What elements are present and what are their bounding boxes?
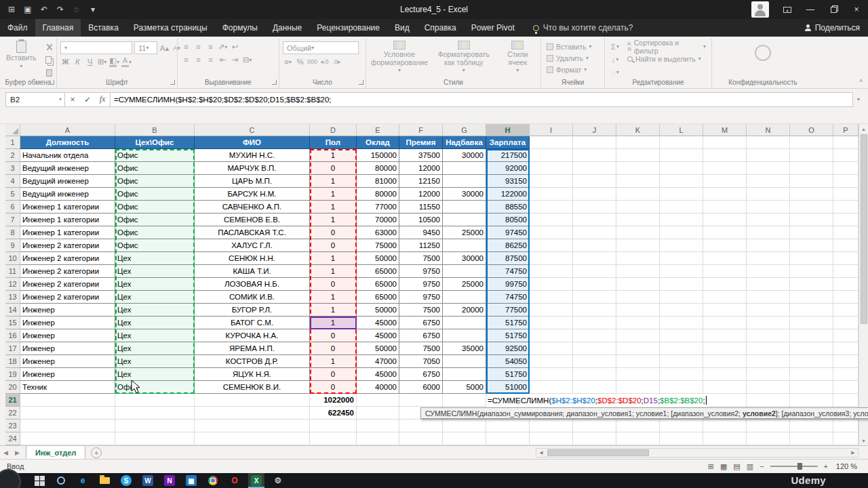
- cell-L10[interactable]: [660, 252, 703, 265]
- next-sheet-button[interactable]: ▶: [12, 449, 23, 456]
- grow-font-button[interactable]: А▴: [159, 43, 170, 54]
- cell-L19[interactable]: [660, 368, 703, 381]
- cell-G12[interactable]: 25000: [443, 278, 486, 291]
- save-icon[interactable]: ▣: [20, 2, 35, 17]
- cell-F13[interactable]: 9750: [399, 291, 443, 304]
- cell-O10[interactable]: [790, 252, 833, 265]
- column-header-J[interactable]: J: [573, 124, 616, 136]
- cell-A5[interactable]: Ведущий инженер: [20, 188, 115, 201]
- cell-H10[interactable]: 87500: [486, 252, 530, 265]
- cell-M7[interactable]: [703, 214, 747, 226]
- tab-view[interactable]: Вид: [387, 19, 417, 37]
- cell-O6[interactable]: [790, 201, 833, 214]
- tab-review[interactable]: Рецензирование: [309, 19, 387, 37]
- cell-A15[interactable]: Инженер: [20, 317, 115, 329]
- cell-E15[interactable]: 45000: [357, 317, 399, 329]
- cell-G13[interactable]: [443, 291, 486, 304]
- select-all-button[interactable]: [5, 124, 20, 136]
- cell-F21[interactable]: [399, 394, 443, 407]
- cell-C6[interactable]: САВЧЕНКО А.П.: [195, 201, 310, 214]
- column-header-K[interactable]: K: [616, 124, 660, 136]
- cell-A19[interactable]: Инженер: [20, 368, 115, 381]
- cell-G17[interactable]: 35000: [443, 342, 486, 355]
- cell-M21[interactable]: [703, 394, 747, 407]
- cell-G6[interactable]: [443, 201, 486, 214]
- cell-G7[interactable]: [443, 214, 486, 226]
- cell-M4[interactable]: [703, 175, 747, 188]
- cell-A21[interactable]: [20, 394, 115, 407]
- cell-D23[interactable]: [310, 420, 357, 432]
- cell-A13[interactable]: Инженер 2 категории: [20, 291, 115, 304]
- column-header-I[interactable]: I: [530, 124, 573, 136]
- cell-N7[interactable]: [747, 214, 790, 226]
- cell-C3[interactable]: МАРЧУК В.П.: [195, 162, 310, 175]
- cell-P9[interactable]: [833, 239, 859, 252]
- cell-I3[interactable]: [530, 162, 573, 175]
- cell-M1[interactable]: [703, 136, 747, 149]
- cell-D18[interactable]: 1: [310, 355, 357, 368]
- cell-E19[interactable]: 45000: [357, 368, 399, 381]
- cell-I5[interactable]: [530, 188, 573, 201]
- cell-O19[interactable]: [790, 368, 833, 381]
- cell-D20[interactable]: 0: [310, 381, 357, 394]
- cell-J18[interactable]: [573, 355, 616, 368]
- cell-B24[interactable]: [115, 432, 195, 445]
- cell-N23[interactable]: [747, 420, 790, 432]
- cell-F7[interactable]: 10500: [399, 214, 443, 226]
- cell-B15[interactable]: Цех: [115, 317, 195, 329]
- cell-C14[interactable]: БУГОР Р.Л.: [195, 304, 310, 317]
- cell-I11[interactable]: [530, 265, 573, 278]
- horizontal-scroll-thumb[interactable]: [547, 449, 649, 456]
- wrap-text-button[interactable]: ↩: [230, 41, 240, 52]
- row-header-22[interactable]: 22: [5, 407, 20, 420]
- cell-B7[interactable]: Офис: [115, 214, 195, 226]
- cell-A20[interactable]: Техник: [20, 381, 115, 394]
- expand-formula-bar-button[interactable]: ▾: [853, 96, 864, 102]
- cell-A2[interactable]: Начальник отдела: [20, 149, 115, 162]
- cell-P11[interactable]: [833, 265, 859, 278]
- cell-E3[interactable]: 80000: [357, 162, 399, 175]
- restore-button[interactable]: [822, 0, 845, 19]
- cell-E13[interactable]: 65000: [357, 291, 399, 304]
- row-header-17[interactable]: 17: [5, 342, 20, 355]
- cell-E14[interactable]: 50000: [357, 304, 399, 317]
- cell-M10[interactable]: [703, 252, 747, 265]
- cell-K6[interactable]: [616, 201, 660, 214]
- share-button[interactable]: Поделиться: [804, 23, 860, 33]
- cell-P7[interactable]: [833, 214, 859, 226]
- cell-K4[interactable]: [616, 175, 660, 188]
- cell-O8[interactable]: [790, 226, 833, 239]
- cell-G23[interactable]: [443, 420, 486, 432]
- cell-I2[interactable]: [530, 149, 573, 162]
- cell-O2[interactable]: [790, 149, 833, 162]
- fill-color-button[interactable]: ◧▾: [109, 56, 119, 67]
- column-header-D[interactable]: D: [310, 124, 357, 136]
- row-header-21[interactable]: 21: [5, 394, 20, 407]
- undo-icon[interactable]: ↶: [37, 2, 52, 17]
- cell-N1[interactable]: [747, 136, 790, 149]
- cell-B8[interactable]: Офис: [115, 226, 195, 239]
- cell-J1[interactable]: [573, 136, 616, 149]
- scroll-down-icon[interactable]: ▼: [859, 436, 868, 445]
- sort-filter-button[interactable]: АЯСортировка и фильтр▾: [625, 41, 708, 52]
- prev-sheet-button[interactable]: ◀: [0, 449, 12, 456]
- cell-A8[interactable]: Инженер 1 категории: [20, 226, 115, 239]
- row-header-15[interactable]: 15: [5, 317, 20, 329]
- cell-M13[interactable]: [703, 291, 747, 304]
- cell-I1[interactable]: [530, 136, 573, 149]
- tab-file[interactable]: Файл: [0, 19, 35, 37]
- clear-button[interactable]: ◌▾: [608, 67, 622, 77]
- cell-L16[interactable]: [660, 329, 703, 342]
- tab-page-layout[interactable]: Разметка страницы: [126, 19, 215, 37]
- cell-B19[interactable]: Цех: [115, 368, 195, 381]
- cell-H8[interactable]: 97450: [486, 226, 530, 239]
- cell-O24[interactable]: [790, 432, 833, 445]
- cell-D2[interactable]: 1: [310, 149, 357, 162]
- cell-B4[interactable]: Офис: [115, 175, 195, 188]
- cell-N9[interactable]: [747, 239, 790, 252]
- cell-I6[interactable]: [530, 201, 573, 214]
- cell-I12[interactable]: [530, 278, 573, 291]
- cell-P12[interactable]: [833, 278, 859, 291]
- cell-G2[interactable]: 30000: [443, 149, 486, 162]
- taskbar-icon-word[interactable]: W: [140, 473, 156, 488]
